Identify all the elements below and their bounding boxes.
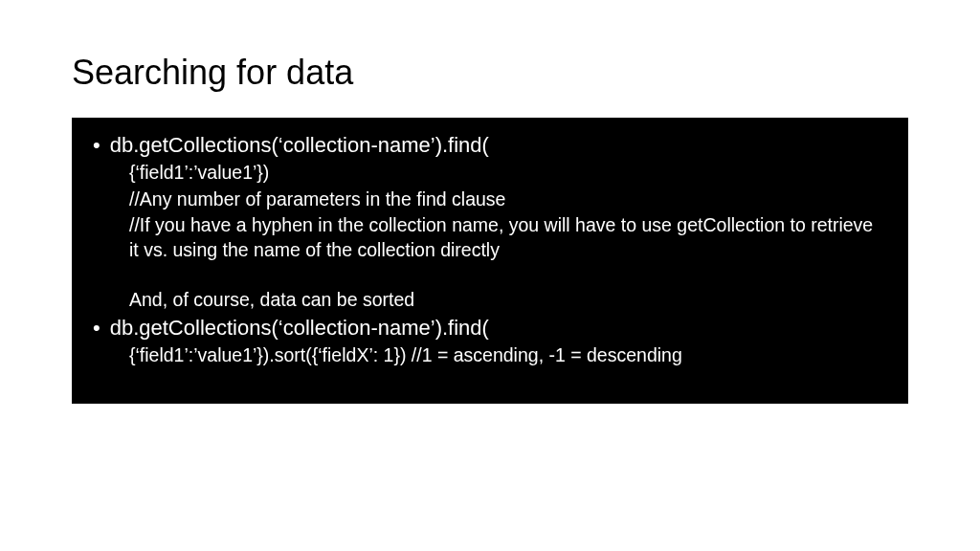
bullet-item: • db.getCollections(‘collection-name’).f…: [93, 133, 887, 158]
sub-line: //Any number of parameters in the find c…: [129, 187, 887, 211]
slide-container: Searching for data • db.getCollections(‘…: [0, 0, 980, 551]
sub-line: {‘field1’:’value1’}): [129, 160, 887, 185]
sub-line: {‘field1’:’value1’}).sort({‘fieldX’: 1})…: [129, 342, 887, 367]
content-box: • db.getCollections(‘collection-name’).f…: [72, 118, 908, 404]
bullet-head: db.getCollections(‘collection-name’).fin…: [110, 316, 489, 341]
bullet-dot-icon: •: [93, 133, 100, 158]
slide-title: Searching for data: [72, 53, 908, 93]
sub-lines: {‘field1’:’value1’}).sort({‘fieldX’: 1})…: [93, 342, 887, 367]
blank-line: [129, 264, 887, 287]
bullet-head: db.getCollections(‘collection-name’).fin…: [110, 133, 489, 158]
sub-line: //If you have a hyphen in the collection…: [129, 212, 887, 263]
sub-lines: {‘field1’:’value1’}) //Any number of par…: [93, 160, 887, 312]
bullet-item: • db.getCollections(‘collection-name’).f…: [93, 316, 887, 341]
bullet-dot-icon: •: [93, 316, 100, 341]
sub-line: And, of course, data can be sorted: [129, 287, 887, 312]
